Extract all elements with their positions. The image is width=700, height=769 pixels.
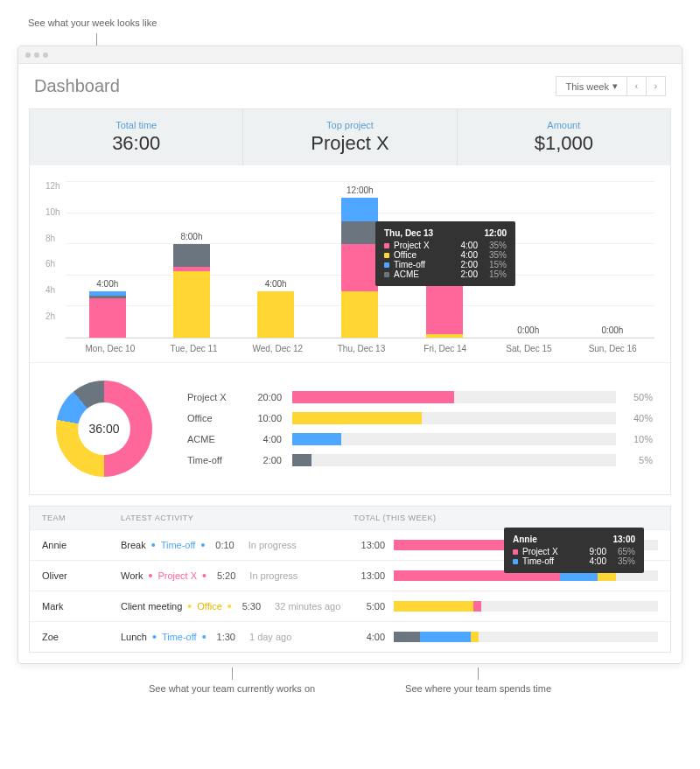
- project-name: Time-off: [187, 455, 240, 465]
- team-row[interactable]: Mark Client meeting • Office • 5:30 32 m…: [30, 591, 670, 621]
- project-time: 20:00: [250, 392, 282, 402]
- bars-area: 4:00h8:00h4:00h12:00h0:00h0:00h: [66, 181, 654, 339]
- annotation-top: See what your week looks like: [28, 17, 682, 28]
- bar-stack: [341, 198, 378, 338]
- bar-label: 0:00h: [601, 325, 623, 335]
- bar-column[interactable]: 4:00h: [234, 181, 318, 338]
- bar-stack: [89, 291, 126, 338]
- member-activity: Break • Time-off • 0:10 In progress: [121, 539, 354, 551]
- project-dot-icon: •: [148, 570, 152, 582]
- bar-segment: [341, 221, 378, 245]
- traffic-light-icon: [34, 52, 39, 58]
- x-tick: Mon, Dec 10: [68, 344, 152, 353]
- project-pct: 5%: [626, 455, 653, 465]
- swatch-icon: [513, 549, 518, 555]
- project-dot-icon: •: [152, 631, 157, 643]
- project-dot-icon: •: [187, 600, 192, 612]
- swatch-icon: [384, 262, 389, 268]
- prev-period-button[interactable]: ‹: [627, 76, 647, 96]
- summary-tile: Amount$1,000: [458, 109, 670, 165]
- tooltip-total: 12:00: [484, 228, 507, 238]
- project-row[interactable]: Office 10:00 40%: [187, 412, 653, 424]
- project-name: Office: [187, 413, 240, 423]
- bar-column[interactable]: 8:00h: [150, 181, 234, 338]
- team-row[interactable]: Zoe Lunch • Time-off • 1:30 1 day ago 4:…: [30, 621, 670, 652]
- summary-tile: Top projectProject X: [243, 109, 457, 165]
- bar-segment: [341, 291, 378, 338]
- project-row[interactable]: Time-off 2:00 5%: [187, 454, 653, 466]
- x-tick: Tue, Dec 11: [152, 344, 236, 353]
- team-header: TEAM LATEST ACTIVITY TOTAL (THIS WEEK): [30, 507, 670, 529]
- team-bar-segment: [473, 601, 481, 612]
- traffic-light-icon: [43, 52, 48, 58]
- dot-icon: •: [200, 539, 205, 551]
- tooltip-row: Project X9:0065%: [513, 547, 635, 556]
- annotation-bottom-right: See where your team spends time: [405, 668, 551, 694]
- tooltip-total: 13:00: [612, 535, 635, 544]
- member-activity: Lunch • Time-off • 1:30 1 day ago: [121, 631, 354, 643]
- bar-segment: [341, 198, 378, 221]
- donut-center: 36:00: [78, 402, 130, 455]
- col-activity: LATEST ACTIVITY: [121, 514, 354, 522]
- project-name: ACME: [187, 434, 240, 444]
- team-bar-segment: [394, 601, 473, 612]
- project-time: 2:00: [250, 455, 282, 465]
- project-name: Project X: [187, 392, 240, 402]
- bar-label: 0:00h: [517, 325, 539, 335]
- app-window: Dashboard This week ▾ ‹ › Total time36:0…: [18, 45, 682, 664]
- project-dot-icon: •: [151, 539, 156, 551]
- summary-card: Total time36:00Top projectProject XAmoun…: [29, 108, 671, 495]
- annotation-bottom-left: See what your team currently works on: [149, 668, 315, 694]
- period-label: This week: [565, 81, 609, 92]
- bar-label: 4:00h: [265, 279, 287, 289]
- project-pct: 10%: [626, 434, 653, 444]
- project-list: Project X 20:00 50%Office 10:00 40%ACME …: [187, 381, 653, 477]
- member-name: Mark: [42, 601, 121, 612]
- member-name: Oliver: [42, 570, 121, 581]
- member-total: 4:00: [354, 632, 658, 642]
- page-header: Dashboard This week ▾ ‹ ›: [18, 64, 682, 108]
- chart-tooltip: Thu, Dec 13 12:00 Project X4:0035%Office…: [375, 221, 515, 286]
- y-tick: 2h: [46, 311, 60, 321]
- project-bar: [292, 391, 616, 403]
- footer-annotations: See what your team currently works on Se…: [18, 668, 682, 694]
- bar-segment: [341, 244, 378, 290]
- bar-column[interactable]: 4:00h: [66, 181, 150, 338]
- window-titlebar: [18, 46, 682, 64]
- bar-segment: [257, 291, 294, 338]
- project-bar: [292, 433, 616, 445]
- project-bar: [292, 412, 616, 424]
- member-activity: Client meeting • Office • 5:30 32 minute…: [121, 600, 354, 612]
- x-axis: Mon, Dec 10Tue, Dec 11Wed, Dec 12Thu, De…: [46, 344, 654, 353]
- next-period-button[interactable]: ›: [647, 76, 666, 96]
- tooltip-row: Time-off4:0035%: [513, 556, 635, 566]
- tooltip-row: ACME2:0015%: [384, 269, 507, 279]
- bar-column[interactable]: 0:00h: [570, 181, 654, 338]
- y-tick: 10h: [46, 207, 60, 217]
- tooltip-row: Time-off2:0015%: [384, 260, 507, 269]
- swatch-icon: [384, 243, 389, 248]
- summary-label: Total time: [30, 120, 242, 130]
- bar-label: 8:00h: [180, 232, 202, 241]
- team-bar-segment: [471, 632, 479, 642]
- bar-stack: [173, 244, 210, 338]
- col-team: TEAM: [42, 514, 121, 522]
- project-time: 10:00: [250, 413, 282, 423]
- tooltip-title: Annie: [513, 535, 537, 544]
- x-tick: Sat, Dec 15: [487, 344, 571, 353]
- y-tick: 6h: [46, 259, 60, 269]
- project-row[interactable]: ACME 4:00 10%: [187, 433, 653, 445]
- y-tick: 12h: [46, 181, 60, 191]
- summary-value: Project X: [243, 132, 456, 155]
- summary-tile: Total time36:00: [30, 109, 243, 165]
- member-name: Annie: [42, 540, 121, 550]
- project-bar: [292, 454, 616, 466]
- summary-value: $1,000: [458, 132, 670, 155]
- period-selector-group: This week ▾ ‹ ›: [556, 76, 666, 96]
- member-bar: [394, 632, 658, 642]
- member-activity: Work • Project X • 5:20 In progress: [121, 570, 354, 582]
- col-total: TOTAL (THIS WEEK): [354, 514, 658, 522]
- project-row[interactable]: Project X 20:00 50%: [187, 391, 653, 403]
- summary-label: Top project: [243, 120, 456, 130]
- period-dropdown[interactable]: This week ▾: [556, 76, 627, 96]
